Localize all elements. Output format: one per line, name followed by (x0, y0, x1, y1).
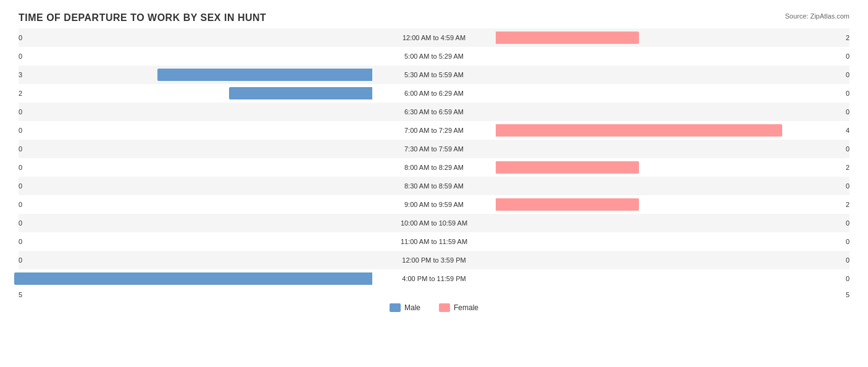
bar-row: 08:30 AM to 8:59 AM0 (19, 177, 849, 195)
bar-row: 35:30 AM to 5:59 AM0 (19, 65, 849, 84)
time-label: 9:00 AM to 9:59 AM (372, 201, 496, 208)
female-value-label: 4 (846, 127, 849, 134)
right-section: 0 (496, 47, 849, 65)
axis-label-right-5: 5 (846, 291, 849, 298)
left-section: 5 (19, 269, 372, 288)
left-section: 0 (19, 177, 372, 195)
left-section: 3 (19, 65, 372, 84)
left-section: 0 (19, 103, 372, 121)
left-section: 0 (19, 158, 372, 177)
axis-left: 5 (19, 291, 377, 298)
left-section: 0 (19, 121, 372, 140)
right-section: 0 (496, 269, 849, 288)
female-value-label: 0 (846, 53, 849, 60)
left-section: 0 (19, 251, 372, 269)
female-value-label: 2 (846, 164, 849, 171)
time-label: 6:00 AM to 6:29 AM (372, 90, 496, 97)
right-section: 2 (496, 28, 849, 47)
axis-label-left-5: 5 (19, 291, 22, 298)
left-section: 2 (19, 84, 372, 103)
right-section: 0 (496, 232, 849, 251)
bar-row: 011:00 AM to 11:59 AM0 (19, 232, 849, 251)
time-label: 7:00 AM to 7:29 AM (372, 127, 496, 134)
legend-female-label: Female (454, 303, 478, 312)
right-section: 2 (496, 195, 849, 214)
female-value-label: 0 (846, 90, 849, 97)
right-section: 0 (496, 84, 849, 103)
female-bar (496, 198, 639, 211)
right-section: 0 (496, 214, 849, 232)
female-value-label: 0 (846, 182, 849, 190)
legend-female: Female (439, 303, 478, 312)
male-value-label: 0 (19, 201, 22, 208)
right-section: 4 (496, 121, 849, 140)
right-section: 2 (496, 158, 849, 177)
male-bar (14, 272, 372, 285)
male-value-label: 3 (19, 71, 22, 78)
male-value-label: 0 (19, 34, 22, 41)
male-swatch (390, 303, 401, 312)
female-value-label: 0 (846, 71, 849, 78)
male-value-label: 2 (19, 90, 22, 97)
female-value-label: 0 (846, 256, 849, 264)
bar-row: 54:00 PM to 11:59 PM0 (19, 269, 849, 288)
left-section: 0 (19, 28, 372, 47)
time-label: 12:00 AM to 4:59 AM (372, 34, 496, 41)
left-section: 0 (19, 232, 372, 251)
male-value-label: 0 (19, 238, 22, 245)
left-section: 0 (19, 195, 372, 214)
bar-row: 07:00 AM to 7:29 AM4 (19, 121, 849, 140)
right-section: 0 (496, 140, 849, 158)
female-value-label: 0 (846, 275, 849, 282)
bar-row: 012:00 AM to 4:59 AM2 (19, 28, 849, 47)
bar-row: 012:00 PM to 3:59 PM0 (19, 251, 849, 269)
chart-container: TIME OF DEPARTURE TO WORK BY SEX IN HUNT… (0, 0, 868, 367)
male-value-label: 0 (19, 182, 22, 190)
female-bar (496, 161, 639, 174)
time-label: 8:00 AM to 8:29 AM (372, 164, 496, 171)
left-section: 0 (19, 140, 372, 158)
chart-area: 012:00 AM to 4:59 AM205:00 AM to 5:29 AM… (19, 28, 849, 288)
bar-row: 05:00 AM to 5:29 AM0 (19, 47, 849, 65)
male-value-label: 0 (19, 108, 22, 116)
time-label: 5:00 AM to 5:29 AM (372, 53, 496, 60)
bar-row: 08:00 AM to 8:29 AM2 (19, 158, 849, 177)
legend-male: Male (390, 303, 420, 312)
axis-row: 5 5 (19, 291, 849, 298)
male-value-label: 0 (19, 219, 22, 227)
right-section: 0 (496, 65, 849, 84)
left-section: 0 (19, 47, 372, 65)
time-label: 5:30 AM to 5:59 AM (372, 71, 496, 78)
time-label: 6:30 AM to 6:59 AM (372, 108, 496, 116)
bar-row: 07:30 AM to 7:59 AM0 (19, 140, 849, 158)
time-label: 7:30 AM to 7:59 AM (372, 145, 496, 153)
male-value-label: 0 (19, 53, 22, 60)
chart-title: TIME OF DEPARTURE TO WORK BY SEX IN HUNT (19, 12, 849, 23)
male-value-label: 0 (19, 164, 22, 171)
time-label: 11:00 AM to 11:59 AM (372, 238, 496, 245)
female-value-label: 2 (846, 34, 849, 41)
bar-row: 010:00 AM to 10:59 AM0 (19, 214, 849, 232)
female-swatch (439, 303, 450, 312)
female-value-label: 0 (846, 219, 849, 227)
legend-male-label: Male (404, 303, 420, 312)
right-section: 0 (496, 103, 849, 121)
source-text: Source: ZipAtlas.com (785, 12, 849, 20)
female-bar (496, 32, 639, 44)
male-value-label: 0 (19, 256, 22, 264)
female-value-label: 0 (846, 145, 849, 153)
time-label: 12:00 PM to 3:59 PM (372, 256, 496, 264)
female-value-label: 0 (846, 238, 849, 245)
female-value-label: 2 (846, 201, 849, 208)
female-value-label: 0 (846, 108, 849, 116)
legend: Male Female (19, 303, 849, 312)
axis-right: 5 (491, 291, 849, 298)
female-bar (496, 124, 782, 137)
bar-row: 09:00 AM to 9:59 AM2 (19, 195, 849, 214)
right-section: 0 (496, 177, 849, 195)
time-label: 4:00 PM to 11:59 PM (372, 275, 496, 282)
left-section: 0 (19, 214, 372, 232)
male-value-label: 0 (19, 145, 22, 153)
male-value-label: 0 (19, 127, 22, 134)
right-section: 0 (496, 251, 849, 269)
